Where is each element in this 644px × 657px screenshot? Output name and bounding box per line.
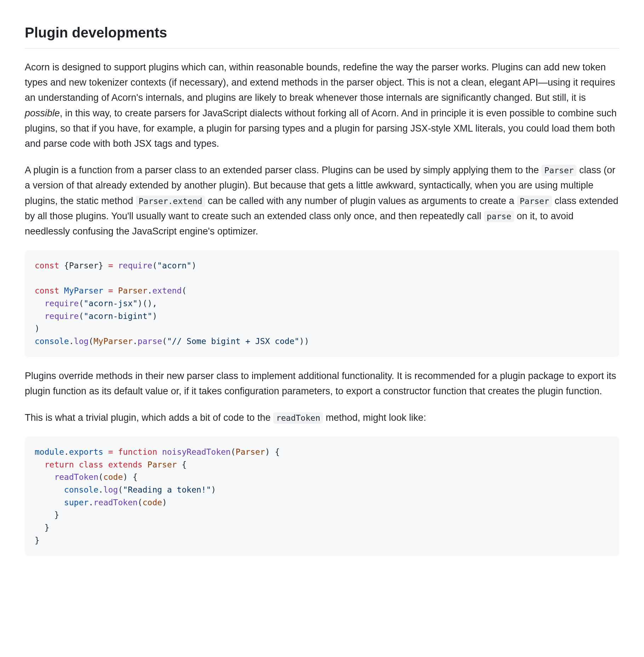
paragraph-text: A plugin is a function from a parser cla… (25, 165, 541, 175)
code-block-2[interactable]: module.exports = function noisyReadToken… (25, 437, 619, 556)
paragraph-text: Acorn is designed to support plugins whi… (25, 62, 615, 103)
inline-code: Parser (541, 165, 576, 176)
paragraph-3: Plugins override methods in their new pa… (25, 368, 619, 399)
inline-code: Parser (517, 196, 552, 207)
inline-code: readToken (273, 412, 323, 424)
paragraph-2: A plugin is a function from a parser cla… (25, 163, 619, 239)
inline-code: parse (484, 211, 514, 222)
paragraph-text: , in this way, to create parsers for Jav… (25, 108, 617, 149)
paragraph-1: Acorn is designed to support plugins whi… (25, 60, 619, 151)
section-heading: Plugin developments (25, 21, 619, 48)
paragraph-text: This is what a trivial plugin, which add… (25, 412, 273, 423)
inline-code: Parser.extend (136, 196, 205, 207)
paragraph-text: can be called with any number of plugin … (205, 196, 517, 206)
code-block-1[interactable]: const {Parser} = require("acorn") const … (25, 250, 619, 357)
paragraph-text: method, might look like: (323, 412, 426, 423)
emphasis: possible (25, 108, 60, 118)
paragraph-4: This is what a trivial plugin, which add… (25, 410, 619, 425)
